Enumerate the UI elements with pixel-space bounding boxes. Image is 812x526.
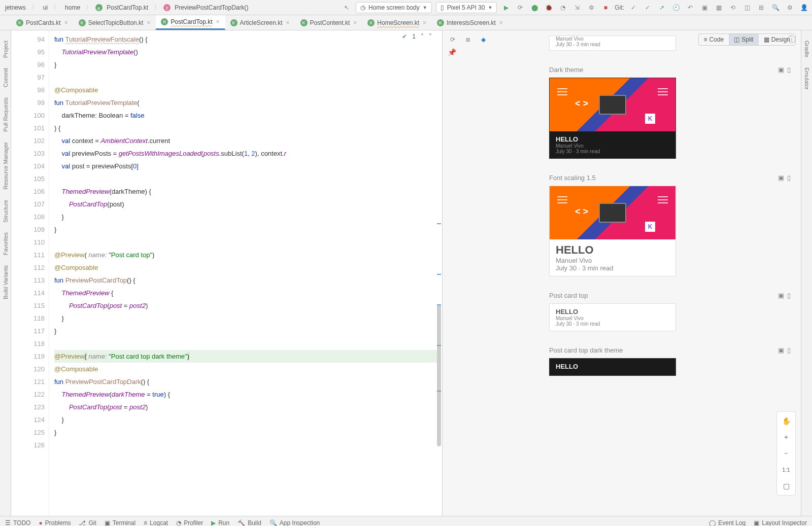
- tab-interestsscreen-kt[interactable]: K InterestsScreen.kt ×: [432, 15, 509, 30]
- ide-icon[interactable]: ⊞: [756, 3, 766, 13]
- tool-structure[interactable]: Structure: [3, 200, 9, 223]
- tool-resource-manager[interactable]: Resource Manager: [3, 142, 9, 190]
- vcs-update-icon[interactable]: ✓: [628, 3, 638, 13]
- tab-selecttopicbutton-kt[interactable]: K SelectTopicButton.kt ×: [74, 15, 156, 30]
- terminal-tool[interactable]: ▣Terminal: [105, 519, 136, 527]
- close-icon[interactable]: ×: [499, 19, 503, 26]
- run-tool[interactable]: ▶Run: [211, 519, 229, 527]
- breadcrumb[interactable]: jetnews〉 ui〉 home〉 K PostCardTop.kt〉 f P…: [3, 2, 251, 13]
- coverage-icon[interactable]: 🐞: [544, 3, 554, 13]
- crumb-ui[interactable]: ui: [41, 3, 50, 12]
- close-icon[interactable]: ×: [147, 19, 150, 26]
- crumb-file[interactable]: PostCardTop.kt: [105, 3, 150, 12]
- tool-project[interactable]: Project: [3, 41, 9, 58]
- git-tool[interactable]: ⎇Git: [79, 519, 96, 527]
- zoom-out-icon[interactable]: －: [780, 447, 792, 460]
- settings-icon[interactable]: ⚙: [785, 3, 795, 13]
- back-icon[interactable]: ↖: [342, 3, 352, 13]
- attach-debugger-icon[interactable]: ⇲: [572, 3, 582, 13]
- search-icon[interactable]: 🔍: [770, 3, 781, 13]
- close-icon[interactable]: ×: [286, 19, 290, 26]
- rollback-icon[interactable]: ↶: [685, 3, 695, 13]
- kotlin-logo-icon: K: [645, 222, 655, 232]
- preview-card[interactable]: HELLO: [549, 358, 676, 376]
- profiler-tool[interactable]: ◔Profiler: [176, 519, 203, 527]
- code-content[interactable]: fun TutorialPreviewFontscale() { Tutoria…: [49, 30, 442, 516]
- avd-icon[interactable]: ▣: [699, 3, 709, 13]
- more-run-icon[interactable]: ⚙: [586, 3, 596, 13]
- debug-icon[interactable]: ⬤: [529, 3, 539, 13]
- stop-icon[interactable]: ■: [600, 3, 611, 13]
- code-editor[interactable]: 9495969798991001011021031041051061071081…: [11, 30, 443, 516]
- close-icon[interactable]: ×: [353, 19, 357, 26]
- tab-homescreen-kt[interactable]: K HomeScreen.kt ×: [362, 15, 432, 30]
- tab-postcontent-kt[interactable]: K PostContent.kt ×: [295, 15, 363, 30]
- tool-gradle[interactable]: Gradle: [804, 41, 810, 57]
- todo-tool[interactable]: ☰TODO: [5, 519, 30, 527]
- device-dropdown[interactable]: ▯ Pixel 5 API 30 ▼: [436, 2, 497, 13]
- logcat-tool[interactable]: ≡Logcat: [144, 519, 168, 527]
- tool-favorites[interactable]: Favorites: [3, 232, 9, 255]
- crumb-home[interactable]: home: [63, 3, 82, 12]
- view-code[interactable]: ≡Code: [699, 34, 729, 45]
- pin-icon[interactable]: 📌: [448, 48, 456, 56]
- profiler-icon[interactable]: ◔: [558, 3, 568, 13]
- pan-icon[interactable]: ✋: [780, 415, 792, 427]
- refresh-preview-icon[interactable]: ⟳: [448, 34, 458, 45]
- zoom-in-icon[interactable]: ＋: [780, 431, 792, 443]
- deploy-preview-icon[interactable]: ▣: [778, 174, 784, 182]
- tab-postcardtop-kt[interactable]: K PostCardTop.kt ×: [156, 15, 225, 30]
- interactive-preview-icon[interactable]: ▯: [787, 66, 791, 74]
- inspect-ok-icon[interactable]: ✔: [402, 33, 407, 40]
- interactive-preview-icon[interactable]: ▯: [787, 346, 791, 354]
- deploy-preview-icon[interactable]: ▣: [778, 346, 784, 354]
- marker-strip[interactable]: [436, 30, 442, 516]
- zoom-fit-icon[interactable]: ▢: [780, 480, 792, 492]
- vcs-commit-icon[interactable]: ✓: [642, 3, 653, 13]
- zoom-ratio[interactable]: 1:1: [780, 464, 792, 476]
- view-split[interactable]: ◫Split: [729, 34, 758, 45]
- run-config-dropdown[interactable]: ◷ Home screen body ▼: [356, 2, 432, 13]
- deploy-preview-icon[interactable]: ▣: [778, 292, 784, 299]
- gutter[interactable]: 9495969798991001011021031041051061071081…: [11, 30, 49, 516]
- close-icon[interactable]: ×: [216, 18, 220, 25]
- sdk-icon[interactable]: ▦: [714, 3, 724, 13]
- preview-settings-icon[interactable]: ≣: [463, 34, 473, 45]
- view-design[interactable]: ▦Design: [759, 34, 795, 45]
- preview-card[interactable]: Manuel VivoJuly 30 - 3 min read: [549, 36, 676, 51]
- run-icon[interactable]: ▶: [501, 3, 511, 13]
- card-author: Manuel Vivo: [556, 143, 669, 149]
- app-inspection-tool[interactable]: 🔍App Inspection: [269, 519, 320, 527]
- user-icon[interactable]: 👤: [799, 3, 809, 13]
- tool-emulator[interactable]: Emulator: [804, 67, 810, 90]
- build-tool[interactable]: 🔨Build: [238, 519, 261, 527]
- deploy-preview-icon[interactable]: ▣: [778, 66, 784, 74]
- tool-build-variants[interactable]: Build Variants: [3, 265, 9, 299]
- close-icon[interactable]: ×: [64, 19, 68, 26]
- tab-articlescreen-kt[interactable]: K ArticleScreen.kt ×: [225, 15, 295, 30]
- preview-card[interactable]: HELLOManuel VivoJuly 30 · 3 min read: [549, 303, 676, 331]
- tool-commit[interactable]: Commit: [3, 68, 9, 87]
- history-icon[interactable]: 🕘: [671, 3, 681, 13]
- problems-tool[interactable]: ●Problems: [39, 519, 71, 527]
- event-log-tool[interactable]: ◯Event Log: [709, 519, 746, 527]
- vcs-push-icon[interactable]: ↗: [657, 3, 667, 13]
- interactive-preview-icon[interactable]: ▯: [787, 292, 791, 299]
- preview-card[interactable]: < > K HELLOManuel VivoJuly 30 · 3 min re…: [549, 78, 676, 159]
- sync-icon[interactable]: ⟲: [728, 3, 738, 13]
- structure-icon[interactable]: ◫: [742, 3, 752, 13]
- kotlin-file-icon: K: [161, 18, 168, 25]
- next-highlight-icon[interactable]: ˅: [429, 33, 432, 40]
- prev-highlight-icon[interactable]: ˄: [421, 33, 424, 40]
- layers-icon[interactable]: ◆: [478, 34, 488, 45]
- profiler-icon: ◔: [176, 519, 181, 527]
- close-icon[interactable]: ×: [423, 19, 426, 26]
- crumb-function[interactable]: PreviewPostCardTopDark(): [173, 3, 250, 12]
- crumb-project[interactable]: jetnews: [3, 3, 28, 12]
- layout-inspector-tool[interactable]: ▣Layout Inspector: [754, 519, 807, 527]
- tool-pull-requests[interactable]: Pull Requests: [3, 97, 9, 132]
- apply-changes-icon[interactable]: ⟳: [515, 3, 525, 13]
- interactive-preview-icon[interactable]: ▯: [787, 174, 791, 182]
- tab-postcards-kt[interactable]: K PostCards.kt ×: [11, 15, 74, 30]
- preview-card[interactable]: < > K HELLOManuel VivoJuly 30 · 3 min re…: [549, 186, 676, 276]
